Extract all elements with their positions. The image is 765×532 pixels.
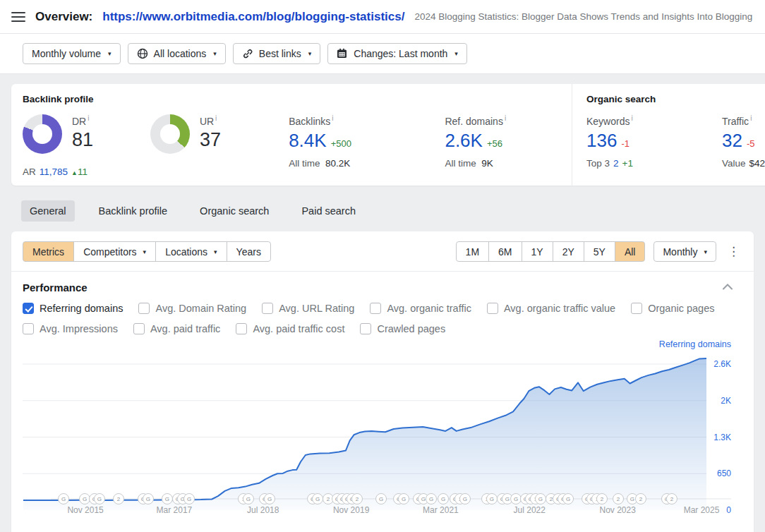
checkbox-checked-icon <box>23 303 34 314</box>
years-button[interactable]: Years <box>227 241 271 262</box>
checkbox-unchecked-icon <box>133 323 145 334</box>
google-update-badge[interactable]: GGGG2 <box>332 494 362 504</box>
google-update-badge[interactable]: GG <box>308 494 323 504</box>
chevron-down-icon: ▾ <box>454 50 458 57</box>
google-update-badge[interactable]: G <box>426 494 436 504</box>
svg-text:G: G <box>379 496 383 502</box>
metric-checkbox-avg-domain-rating[interactable]: Avg. Domain Rating <box>138 303 246 314</box>
tab-general[interactable]: General <box>21 200 75 222</box>
x-axis-tick-label: Jul 2018 <box>247 505 279 515</box>
google-update-badge[interactable]: G <box>59 494 69 504</box>
google-update-badge[interactable]: GG <box>394 494 409 504</box>
traffic-value[interactable]: 32 <box>722 130 742 152</box>
google-update-badge[interactable]: GG12 <box>582 494 607 504</box>
checkbox-unchecked-icon <box>138 303 150 314</box>
top3-value[interactable]: 2 <box>613 158 619 169</box>
chevron-down-icon: ▾ <box>108 50 112 57</box>
checkbox-unchecked-icon <box>262 303 273 314</box>
metric-checkbox-organic-pages[interactable]: Organic pages <box>631 303 714 314</box>
google-update-badge[interactable]: GG <box>259 494 275 504</box>
metric-checkbox-avg-paid-traffic[interactable]: Avg. paid traffic <box>133 323 220 334</box>
google-update-badge[interactable]: G <box>80 494 90 504</box>
y-axis-tick-label: 2.6K <box>713 359 731 369</box>
section-title: Backlink profile <box>23 94 560 104</box>
checkbox-label: Avg. organic traffic <box>387 303 471 314</box>
google-update-badge[interactable]: G2 <box>661 494 677 504</box>
metric-checkbox-referring-domains[interactable]: Referring domains <box>23 303 123 314</box>
globe-icon <box>137 48 148 59</box>
ar-value[interactable]: 11,785 <box>40 167 68 177</box>
metric-checkbox-avg-organic-traffic-value[interactable]: Avg. organic traffic value <box>487 303 615 314</box>
x-axis-tick-label: Mar 2021 <box>423 505 459 515</box>
range-5y-button[interactable]: 5Y <box>584 241 615 262</box>
target-url-link[interactable]: https://www.orbitmedia.com/blog/blogging… <box>102 10 404 24</box>
performance-chart[interactable]: 06501.3K2K2.6KReferring domainsGGGG2GGGG… <box>11 341 754 525</box>
monthly-volume-dropdown[interactable]: Monthly volume▾ <box>23 43 121 64</box>
tab-paid-search[interactable]: Paid search <box>293 200 364 222</box>
google-update-badge[interactable]: G <box>438 494 449 504</box>
x-axis-tick-label: Mar 2025 <box>684 505 720 515</box>
google-update-badge[interactable]: 1G <box>481 494 497 504</box>
changes-last-month-dropdown[interactable]: Changes: Last month▾ <box>327 43 467 64</box>
competitors-button[interactable]: Competitors▾ <box>73 241 156 262</box>
backlinks-value[interactable]: 8.4K <box>289 130 327 152</box>
info-icon[interactable]: i <box>505 114 506 122</box>
info-icon[interactable]: i <box>631 114 632 122</box>
locations-button[interactable]: Locations▾ <box>155 241 227 262</box>
metric-checkbox-avg-url-rating[interactable]: Avg. URL Rating <box>262 303 354 314</box>
google-update-badge[interactable]: 1G <box>238 494 253 504</box>
google-update-badge[interactable]: G <box>376 494 387 504</box>
metric-checkbox-avg-organic-traffic[interactable]: Avg. organic traffic <box>370 303 471 314</box>
tab-organic-search[interactable]: Organic search <box>191 200 277 222</box>
value-label: Value <box>722 158 746 169</box>
traffic-metric: Traffici 32-5 Value$42- <box>722 114 765 169</box>
checkbox-label: Avg. Impressions <box>40 323 118 334</box>
info-icon[interactable]: i <box>750 114 752 122</box>
metric-checkbox-avg-impressions[interactable]: Avg. Impressions <box>23 323 118 334</box>
svg-text:2: 2 <box>639 496 643 502</box>
traffic-label: Traffic <box>722 116 749 127</box>
chart-legend-referring-domains: Referring domains <box>659 341 731 349</box>
metric-checkbox-crawled-pages[interactable]: Crawled pages <box>360 323 445 334</box>
checkbox-unchecked-icon <box>23 323 34 334</box>
keywords-value[interactable]: 136 <box>586 130 617 152</box>
backlinks-delta: +500 <box>331 138 351 149</box>
range-all-button[interactable]: All <box>615 241 646 262</box>
checkbox-label: Avg. paid traffic cost <box>253 323 344 334</box>
google-update-badge[interactable]: G <box>511 494 522 504</box>
metrics-button[interactable]: Metrics <box>23 241 74 262</box>
info-icon[interactable]: i <box>88 114 89 122</box>
svg-text:G: G <box>538 496 543 502</box>
backlink-profile-section: Backlink profile DRi 81 URi 37 Backlinks… <box>11 84 572 186</box>
google-update-badge[interactable]: 2 <box>114 494 124 504</box>
google-update-badge[interactable]: GGG <box>553 494 574 504</box>
google-update-badge[interactable]: G <box>184 494 195 504</box>
range-1m-button[interactable]: 1M <box>456 241 489 262</box>
google-update-badge[interactable]: G <box>162 494 172 504</box>
app-header: Overview: https://www.orbitmedia.com/blo… <box>0 0 765 34</box>
best-links-dropdown[interactable]: Best links▾ <box>233 43 320 64</box>
kebab-menu-icon[interactable]: ⋮ <box>725 244 742 259</box>
google-update-badge[interactable]: G1G <box>450 494 470 504</box>
all-locations-dropdown[interactable]: All locations▾ <box>128 43 226 64</box>
ur-metric: URi 37 <box>150 114 289 169</box>
google-update-badge[interactable]: 2 <box>613 494 624 504</box>
hamburger-menu-icon[interactable] <box>11 12 25 22</box>
ref-domains-value[interactable]: 2.6K <box>445 130 483 152</box>
y-axis-tick-label: 650 <box>717 468 731 478</box>
tab-backlink-profile[interactable]: Backlink profile <box>90 200 176 222</box>
svg-text:2: 2 <box>670 496 674 502</box>
range-1y-button[interactable]: 1Y <box>522 241 553 262</box>
google-update-badge[interactable]: GG1G <box>520 494 546 504</box>
google-update-badge[interactable]: 2 <box>635 494 646 504</box>
metric-checkbox-avg-paid-traffic-cost[interactable]: Avg. paid traffic cost <box>236 323 344 334</box>
checkbox-label: Avg. paid traffic <box>150 323 220 334</box>
google-update-badge[interactable]: GG <box>138 494 153 504</box>
info-icon[interactable]: i <box>332 114 333 122</box>
range-2y-button[interactable]: 2Y <box>553 241 584 262</box>
granularity-dropdown[interactable]: Monthly▾ <box>653 241 716 262</box>
google-update-badge[interactable]: GG <box>89 494 104 504</box>
range-6m-button[interactable]: 6M <box>488 241 522 262</box>
collapse-chevron-up-icon[interactable] <box>723 280 733 293</box>
info-icon[interactable]: i <box>215 114 217 122</box>
